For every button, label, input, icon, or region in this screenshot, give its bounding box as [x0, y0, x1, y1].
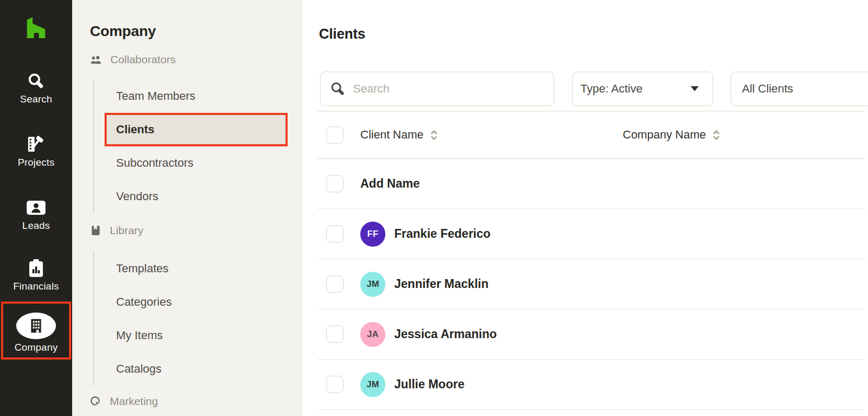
collaborators-icon	[90, 55, 102, 65]
column-label: Company Name	[623, 128, 706, 142]
sidebar-item-subcontractors[interactable]: Subcontractors	[94, 146, 302, 180]
sort-icon[interactable]	[430, 129, 438, 142]
sidebar-title: Company	[90, 23, 302, 40]
clients-scope-dropdown[interactable]: All Clients	[730, 72, 868, 106]
chevron-down-icon	[691, 86, 699, 91]
sidebar-section-label: Collaborators	[110, 53, 176, 66]
sidebar-item-my-items[interactable]: My Items	[94, 319, 302, 352]
rail-item-company[interactable]: Company	[0, 304, 72, 353]
leads-icon	[26, 197, 47, 218]
sidebar-item-clients[interactable]: Clients	[105, 113, 288, 146]
rail-item-projects[interactable]: Projects	[0, 134, 72, 168]
row-checkbox[interactable]	[326, 225, 344, 242]
rail-item-label: Projects	[18, 157, 54, 168]
primary-nav-rail: Search Projects Leads Financials Company	[0, 0, 72, 416]
collaborators-list: Team Members Clients Subcontractors Vend…	[93, 79, 302, 213]
clients-table: Client Name Company Name Add NameFFFrank…	[317, 111, 865, 410]
sidebar-item-team-members[interactable]: Team Members	[94, 79, 302, 113]
client-name[interactable]: Jullie Moore	[394, 377, 464, 391]
library-icon	[90, 225, 101, 236]
table-header-row: Client Name Company Name	[317, 111, 865, 159]
clients-scope-value: All Clients	[742, 82, 793, 96]
sidebar-section-marketing[interactable]: Marketing	[90, 395, 302, 408]
main-content: Clients Type: Active All Clients Client …	[302, 0, 868, 416]
client-name[interactable]: Jennifer Macklin	[394, 277, 488, 291]
sidebar-section-collaborators[interactable]: Collaborators	[90, 53, 302, 66]
page-title: Clients	[319, 26, 366, 42]
type-filter-dropdown[interactable]: Type: Active	[572, 72, 713, 106]
table-row[interactable]: FFFrankie Federico	[317, 209, 865, 259]
search-icon	[330, 81, 346, 97]
company-selected-pill	[16, 313, 56, 339]
row-checkbox[interactable]	[326, 175, 344, 192]
search-nav-icon	[27, 71, 45, 91]
sidebar-section-label: Marketing	[110, 395, 158, 408]
projects-icon	[26, 134, 46, 155]
table-row[interactable]: JMJullie Moore	[317, 360, 865, 410]
houzz-logo-icon[interactable]	[0, 17, 72, 38]
client-avatar: JM	[360, 272, 385, 297]
column-header-company-name[interactable]: Company Name	[623, 128, 721, 142]
sidebar-item-templates[interactable]: Templates	[94, 252, 302, 285]
houzz-logo-glyph	[25, 17, 47, 38]
company-sidebar: Company Collaborators Team Members Clien…	[72, 0, 302, 416]
library-list: Templates Categories My Items Catalogs	[93, 252, 302, 386]
row-checkbox[interactable]	[326, 326, 344, 343]
rail-item-leads[interactable]: Leads	[0, 197, 72, 232]
filter-toolbar: Type: Active All Clients	[320, 72, 868, 106]
client-avatar: JA	[360, 322, 385, 347]
rail-item-label: Company	[15, 342, 58, 353]
company-building-icon	[29, 318, 43, 334]
rail-item-label: Financials	[13, 281, 59, 292]
rail-item-label: Leads	[22, 220, 50, 232]
financials-icon	[28, 258, 44, 279]
rail-item-search[interactable]: Search	[0, 71, 72, 105]
sidebar-item-categories[interactable]: Categories	[94, 285, 302, 319]
type-filter-value: Type: Active	[580, 82, 643, 96]
client-name[interactable]: Jessica Armanino	[394, 327, 497, 341]
client-name[interactable]: Add Name	[360, 177, 420, 191]
column-label: Client Name	[360, 128, 424, 142]
table-body: Add NameFFFrankie FedericoJMJennifer Mac…	[317, 159, 865, 410]
column-header-client-name[interactable]: Client Name	[360, 128, 438, 142]
sidebar-item-vendors[interactable]: Vendors	[94, 180, 302, 213]
client-name[interactable]: Frankie Federico	[394, 227, 490, 241]
rail-item-label: Search	[20, 94, 52, 105]
sidebar-section-label: Library	[110, 224, 143, 237]
sidebar-section-library[interactable]: Library	[90, 224, 302, 237]
row-checkbox[interactable]	[326, 376, 344, 393]
table-row[interactable]: Add Name	[317, 159, 865, 209]
select-all-checkbox[interactable]	[326, 126, 344, 144]
marketing-icon	[90, 396, 101, 407]
search-input[interactable]	[353, 72, 554, 106]
row-checkbox[interactable]	[326, 275, 344, 293]
client-avatar: FF	[360, 222, 385, 247]
clients-search-box[interactable]	[320, 72, 554, 106]
sort-icon[interactable]	[712, 129, 721, 142]
client-avatar: JM	[360, 372, 385, 397]
table-row[interactable]: JAJessica Armanino	[317, 309, 865, 360]
sidebar-item-catalogs[interactable]: Catalogs	[94, 352, 302, 386]
annotation-highlight-company: Company	[1, 302, 71, 360]
rail-item-financials[interactable]: Financials	[0, 258, 72, 292]
table-row[interactable]: JMJennifer Macklin	[317, 259, 865, 309]
